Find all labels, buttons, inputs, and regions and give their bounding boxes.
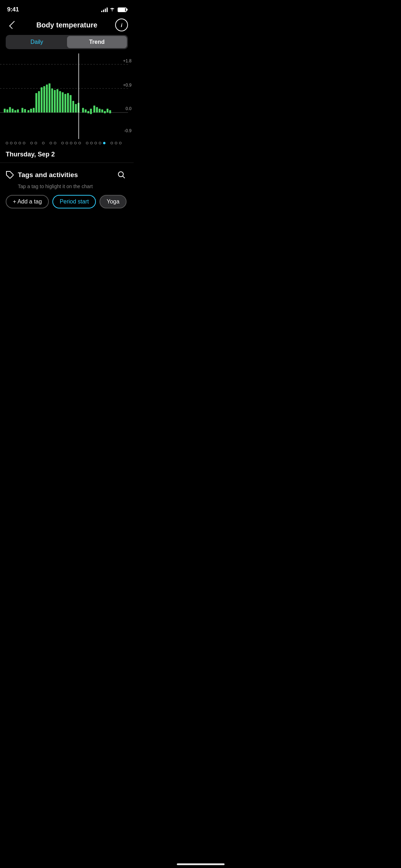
svg-rect-8 xyxy=(17,109,19,113)
dot[interactable] xyxy=(14,142,17,144)
nav-header: Body temperature i xyxy=(0,16,134,35)
svg-rect-42 xyxy=(109,110,111,113)
chart-svg xyxy=(0,53,134,139)
svg-rect-22 xyxy=(56,89,58,112)
yoga-chip[interactable]: Yoga xyxy=(99,195,127,208)
svg-line-45 xyxy=(123,176,125,179)
date-text: Thursday, Sep 2 xyxy=(6,151,55,158)
svg-rect-25 xyxy=(65,94,66,112)
back-chevron-icon xyxy=(9,21,17,29)
search-button[interactable] xyxy=(115,169,128,181)
dot[interactable] xyxy=(35,142,37,144)
svg-rect-35 xyxy=(90,109,92,114)
status-icons xyxy=(101,7,127,12)
wifi-icon xyxy=(110,7,115,12)
svg-rect-20 xyxy=(51,88,53,113)
svg-rect-4 xyxy=(6,109,8,113)
tab-trend[interactable]: Trend xyxy=(67,36,127,48)
search-icon xyxy=(118,171,125,179)
info-icon: i xyxy=(121,22,122,28)
svg-rect-40 xyxy=(104,111,106,113)
svg-rect-14 xyxy=(35,93,37,113)
svg-rect-17 xyxy=(43,86,45,113)
period-start-chip[interactable]: Period start xyxy=(52,195,96,208)
svg-rect-38 xyxy=(99,109,101,113)
battery-icon xyxy=(118,7,127,12)
tab-daily[interactable]: Daily xyxy=(7,36,67,48)
svg-rect-21 xyxy=(54,90,56,113)
tags-section: Tags and activities Tap a tag to higligh… xyxy=(0,163,134,214)
svg-rect-27 xyxy=(70,95,71,113)
svg-rect-13 xyxy=(33,108,35,113)
tags-title: Tags and activities xyxy=(18,171,78,179)
svg-rect-19 xyxy=(48,83,50,113)
svg-rect-34 xyxy=(87,111,89,113)
dot[interactable] xyxy=(110,142,113,144)
svg-rect-9 xyxy=(21,108,23,113)
info-button[interactable]: i xyxy=(115,19,128,31)
status-time: 9:41 xyxy=(7,6,19,13)
svg-rect-6 xyxy=(12,109,14,113)
svg-rect-15 xyxy=(38,91,40,113)
dot-selected[interactable] xyxy=(103,142,106,144)
dot[interactable] xyxy=(99,142,101,144)
svg-rect-11 xyxy=(27,110,29,113)
svg-rect-3 xyxy=(4,109,6,113)
dot[interactable] xyxy=(54,142,56,144)
tags-subtitle: Tap a tag to higlight it on the chart xyxy=(6,184,128,189)
svg-rect-10 xyxy=(24,109,26,113)
svg-rect-18 xyxy=(46,84,48,113)
dot[interactable] xyxy=(119,142,122,144)
svg-rect-39 xyxy=(101,109,103,113)
dot[interactable] xyxy=(6,142,8,144)
dot[interactable] xyxy=(74,142,77,144)
tags-title-row: Tags and activities xyxy=(6,171,78,179)
svg-rect-5 xyxy=(9,107,11,113)
tags-header: Tags and activities xyxy=(6,169,128,181)
page-title: Body temperature xyxy=(19,21,115,29)
svg-point-44 xyxy=(118,172,123,177)
dot[interactable] xyxy=(115,142,117,144)
add-tag-chip[interactable]: + Add a tag xyxy=(6,195,49,208)
svg-rect-12 xyxy=(30,109,32,113)
tab-bar: Daily Trend xyxy=(6,35,128,49)
timeline-dots xyxy=(0,139,134,147)
svg-rect-26 xyxy=(67,93,69,113)
dot[interactable] xyxy=(86,142,88,144)
svg-rect-29 xyxy=(75,104,77,113)
svg-rect-36 xyxy=(93,105,95,113)
dot[interactable] xyxy=(42,142,45,144)
dot[interactable] xyxy=(10,142,12,144)
svg-rect-23 xyxy=(59,91,61,113)
dot[interactable] xyxy=(30,142,33,144)
signal-icon xyxy=(101,7,108,12)
svg-rect-37 xyxy=(96,107,98,113)
chart-label-neg: -0.9 xyxy=(124,128,132,133)
svg-rect-16 xyxy=(41,87,42,113)
dot[interactable] xyxy=(78,142,81,144)
svg-rect-32 xyxy=(82,108,84,113)
chart-label-top: +1.8 xyxy=(123,58,132,63)
svg-rect-24 xyxy=(62,92,63,113)
svg-rect-7 xyxy=(14,110,16,113)
chart-label-zero: 0.0 xyxy=(125,106,132,111)
dot[interactable] xyxy=(61,142,64,144)
dot[interactable] xyxy=(94,142,97,144)
svg-rect-28 xyxy=(72,101,74,113)
tags-chips: + Add a tag Period start Yoga xyxy=(6,195,128,208)
back-button[interactable] xyxy=(6,19,19,31)
dot[interactable] xyxy=(70,142,72,144)
dot[interactable] xyxy=(19,142,21,144)
dot[interactable] xyxy=(66,142,68,144)
chart-label-mid: +0.9 xyxy=(123,83,132,88)
date-display: Thursday, Sep 2 xyxy=(0,147,134,163)
dot[interactable] xyxy=(23,142,25,144)
chart-container[interactable]: +1.8 +0.9 0.0 -0.9 xyxy=(0,53,134,139)
dot[interactable] xyxy=(50,142,52,144)
status-bar: 9:41 xyxy=(0,0,134,16)
svg-rect-41 xyxy=(107,109,108,113)
tag-icon xyxy=(6,171,14,179)
dot[interactable] xyxy=(90,142,93,144)
svg-rect-33 xyxy=(85,109,87,113)
